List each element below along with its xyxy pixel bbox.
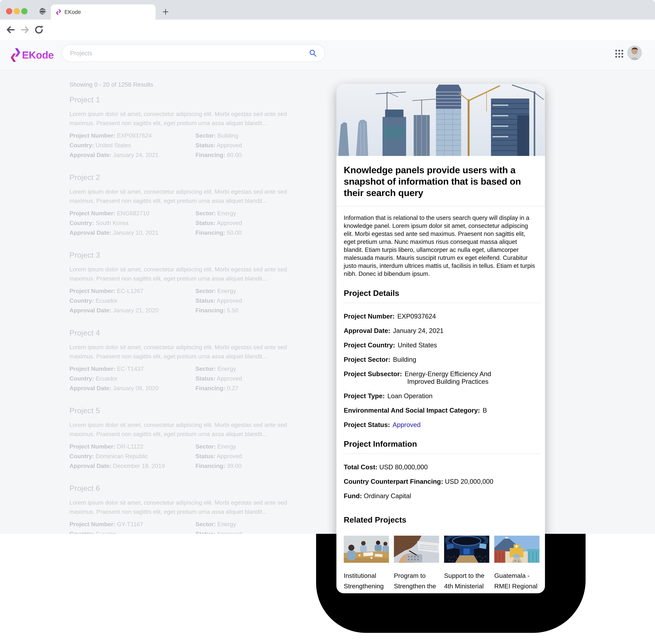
search-result: Project 5 Lorem ipsum dolor sit amet, co…	[69, 406, 312, 473]
related-project-caption: Guatemala - RMEI Regional Malaria Elim	[494, 570, 539, 593]
forward-icon[interactable]	[20, 25, 30, 35]
knowledge-panel: Knowledge panels provide users with a sn…	[336, 84, 545, 593]
ekode-favicon-icon	[56, 9, 61, 15]
result-meta: Project Number: DR-L1122 Sector: Energy …	[69, 443, 312, 473]
result-title[interactable]: Project 1	[69, 95, 312, 104]
detail-label: Project Subsector:	[344, 370, 402, 377]
related-project-card[interactable]: Program to Strengthen the Tax Admin DR	[394, 536, 439, 593]
site-header: EKode	[0, 40, 655, 70]
panel-title: Knowledge panels provide users with a sn…	[344, 164, 538, 199]
meta-value: United States	[96, 142, 131, 148]
reload-icon[interactable]	[34, 25, 44, 35]
detail-label: Approval Date:	[344, 327, 390, 335]
related-project-card[interactable]: Support to the 4th Ministerial Forum	[444, 536, 489, 593]
search-result: Project 3 Lorem ipsum dolor sit amet, co…	[69, 251, 312, 318]
related-project-card[interactable]: Institutional Strengthening of COFIDE	[344, 536, 389, 593]
meta-value: Guyana	[96, 531, 116, 534]
project-details: Project Number:EXP0937624 Approval Date:…	[336, 313, 545, 429]
meta-value: DR-L1122	[117, 443, 143, 450]
browser-tab[interactable]: EKode	[51, 4, 156, 20]
forum-thumbnail	[444, 536, 489, 563]
guatemala-thumbnail	[494, 536, 539, 563]
related-heading: Related Projects	[344, 515, 538, 524]
meta-label: Project Number:	[69, 288, 115, 294]
detail-value: B	[483, 407, 487, 414]
meta-value: January 24, 2021	[113, 152, 159, 158]
result-title[interactable]: Project 4	[69, 328, 312, 337]
divider	[344, 303, 541, 303]
meta-value: EC-L1267	[117, 288, 144, 294]
detail-value: Building	[393, 356, 416, 363]
result-title[interactable]: Project 5	[69, 406, 312, 415]
meta-value: Approved	[217, 375, 242, 382]
detail-value: Energy-Energy Efficiency And Improved Bu…	[405, 370, 491, 385]
window-minimize-button[interactable]	[14, 8, 20, 15]
meta-label: Project Number:	[69, 132, 115, 139]
meta-label: Sector:	[195, 521, 216, 528]
back-icon[interactable]	[5, 25, 16, 35]
meta-value: Energy	[217, 288, 236, 294]
result-meta: Project Number: EC-L1267 Sector: Energy …	[69, 288, 312, 318]
meta-label: Project Number:	[69, 443, 115, 450]
result-description: Lorem ipsum dolor sit amet, consectetur …	[69, 187, 304, 206]
meta-label: Country:	[69, 142, 94, 148]
info-value: USD 80,000,000	[379, 463, 428, 471]
result-title[interactable]: Project 2	[69, 173, 312, 182]
meta-label: Approval Date:	[69, 307, 111, 314]
meta-value: GY-T1167	[117, 521, 143, 528]
related-project-card[interactable]: Guatemala - RMEI Regional Malaria Elim	[494, 536, 539, 593]
window-close-button[interactable]	[6, 8, 12, 15]
meta-label: Sector:	[195, 443, 216, 450]
meta-label: Status:	[195, 531, 215, 534]
detail-label: Project Sector:	[344, 356, 390, 363]
info-label: Country Counterpart Financing:	[344, 478, 443, 485]
meta-label: Project Number:	[69, 365, 115, 372]
new-tab-button[interactable]	[162, 8, 169, 16]
info-value: Ordinary Capital	[364, 492, 411, 500]
ekode-logo-icon	[10, 47, 20, 63]
meta-label: Financing:	[195, 462, 225, 469]
result-title[interactable]: Project 6	[69, 484, 312, 492]
search-bar[interactable]	[62, 44, 325, 62]
meta-label: Status:	[195, 375, 215, 382]
apps-grid-icon[interactable]	[615, 49, 624, 58]
project-information: Total Cost:USD 80,000,000 Country Counte…	[336, 463, 545, 500]
meta-label: Country:	[69, 375, 94, 382]
meta-value: January 08, 2020	[113, 385, 159, 392]
browser-profile-icon[interactable]	[39, 7, 47, 15]
meta-label: Status:	[195, 297, 215, 304]
meta-value: EXP0937624	[117, 132, 152, 139]
meta-label: Sector:	[195, 132, 216, 139]
related-project-caption: Program to Strengthen the Tax Admin DR	[394, 570, 439, 593]
meta-label: Project Number:	[69, 521, 115, 528]
meta-value: January 10, 2021	[113, 229, 159, 236]
related-project-caption: Support to the 4th Ministerial Forum	[444, 570, 489, 593]
detail-label: Project Status:	[344, 421, 390, 429]
meta-label: Approval Date:	[69, 229, 111, 236]
detail-value: January 24, 2021	[393, 327, 444, 335]
meta-value: EC-T1437	[117, 365, 144, 372]
divider	[344, 454, 541, 454]
result-title[interactable]: Project 3	[69, 251, 312, 259]
meta-label: Status:	[195, 453, 215, 460]
result-description: Lorem ipsum dolor sit amet, consectetur …	[69, 265, 304, 283]
result-description: Lorem ipsum dolor sit amet, consectetur …	[69, 498, 304, 516]
result-meta: Project Number: ENG682710 Sector: Energy…	[69, 210, 312, 240]
meta-value: Approved	[217, 297, 242, 304]
info-label: Total Cost:	[344, 463, 377, 471]
meta-value: 80.00	[227, 152, 242, 158]
meta-value: Approved	[217, 220, 242, 226]
search-icon[interactable]	[309, 49, 317, 57]
meta-value: Energy	[217, 521, 236, 528]
meta-value: 50.00	[227, 229, 242, 236]
info-value: USD 20,000,000	[445, 478, 493, 485]
ekode-logo[interactable]: EKode	[10, 45, 54, 65]
search-input[interactable]	[70, 49, 309, 57]
search-result: Project 6 Lorem ipsum dolor sit amet, co…	[69, 484, 312, 534]
meta-label: Sector:	[195, 365, 216, 372]
meta-value: Energy	[217, 443, 236, 450]
search-results-page: Showing 0 - 20 of 1256 Results Project 1…	[0, 70, 655, 534]
user-avatar[interactable]	[627, 45, 642, 60]
window-zoom-button[interactable]	[21, 8, 27, 15]
project-status-value[interactable]: Approved	[393, 421, 421, 429]
